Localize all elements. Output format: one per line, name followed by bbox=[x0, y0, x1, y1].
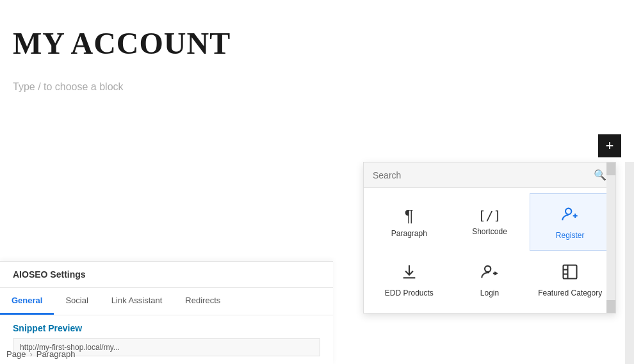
block-label-paragraph: Paragraph bbox=[391, 229, 427, 239]
block-grid: ¶ Paragraph [/] Shortcode Register bbox=[364, 188, 615, 313]
picker-scrollbar bbox=[606, 162, 615, 313]
block-picker-search: 🔍 bbox=[364, 162, 615, 188]
aioseo-tabs: General Social Link Assistant Redirects bbox=[0, 288, 333, 315]
paragraph-icon: ¶ bbox=[405, 207, 414, 224]
block-label-login: Login bbox=[480, 289, 499, 299]
register-icon bbox=[561, 205, 579, 226]
search-icon: 🔍 bbox=[594, 169, 606, 181]
block-item-edd-products[interactable]: EDD Products bbox=[369, 251, 450, 308]
scrollbar-thumb-top bbox=[606, 162, 615, 175]
block-item-featured-category[interactable]: Featured Category bbox=[530, 251, 610, 308]
shortcode-icon: [/] bbox=[478, 209, 501, 222]
breadcrumb-page[interactable]: Page bbox=[6, 349, 26, 359]
add-block-button[interactable]: + bbox=[598, 134, 621, 157]
block-picker: 🔍 ¶ Paragraph [/] Shortcode Register bbox=[363, 162, 616, 313]
block-label-featured-category: Featured Category bbox=[538, 289, 602, 299]
block-label-shortcode: Shortcode bbox=[472, 227, 507, 237]
block-placeholder[interactable]: Type / to choose a block bbox=[13, 76, 621, 98]
tab-social[interactable]: Social bbox=[54, 288, 99, 315]
featured-category-icon bbox=[561, 263, 579, 283]
breadcrumb-separator: › bbox=[29, 349, 32, 359]
block-label-register: Register bbox=[556, 231, 585, 241]
page-title: MY ACCOUNT bbox=[13, 26, 621, 61]
breadcrumb: Page › Paragraph bbox=[6, 349, 75, 359]
block-item-register[interactable]: Register bbox=[530, 193, 610, 251]
svg-point-0 bbox=[565, 209, 571, 214]
aioseo-header: AIOSEO Settings bbox=[0, 262, 333, 288]
tab-link-assistant[interactable]: Link Assistant bbox=[100, 288, 174, 315]
tab-redirects[interactable]: Redirects bbox=[174, 288, 232, 315]
main-scrollbar[interactable] bbox=[625, 162, 634, 364]
block-item-login[interactable]: Login bbox=[450, 251, 530, 308]
breadcrumb-current: Paragraph bbox=[37, 349, 76, 359]
scrollbar-thumb-bottom bbox=[606, 300, 615, 313]
login-icon bbox=[480, 263, 498, 283]
edd-products-icon bbox=[400, 263, 418, 283]
snippet-label: Snippet Preview bbox=[13, 323, 320, 333]
block-label-edd-products: EDD Products bbox=[385, 289, 434, 299]
tab-general[interactable]: General bbox=[0, 288, 54, 315]
svg-point-3 bbox=[485, 265, 491, 271]
block-item-shortcode[interactable]: [/] Shortcode bbox=[450, 193, 530, 251]
search-input[interactable] bbox=[373, 170, 589, 180]
aioseo-panel: AIOSEO Settings General Social Link Assi… bbox=[0, 261, 333, 364]
svg-rect-5 bbox=[564, 265, 577, 278]
block-item-paragraph[interactable]: ¶ Paragraph bbox=[369, 193, 450, 251]
